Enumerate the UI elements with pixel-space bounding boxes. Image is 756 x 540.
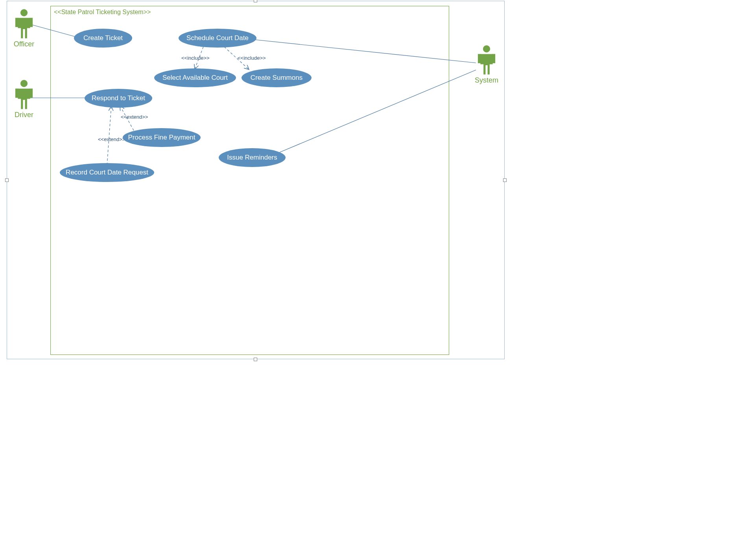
usecase-select-available-court-label: Select Available Court <box>162 74 228 82</box>
system-title: <<State Patrol Ticketing System>> <box>54 9 151 16</box>
selection-handle-top[interactable] <box>254 0 257 2</box>
usecase-process-fine-payment-label: Process Fine Payment <box>128 134 195 141</box>
svg-rect-4 <box>15 88 18 97</box>
svg-rect-8 <box>492 54 495 63</box>
actor-officer[interactable]: Officer <box>6 9 42 48</box>
usecase-issue-reminders-label: Issue Reminders <box>227 154 277 162</box>
svg-rect-5 <box>30 88 33 97</box>
selection-handle-bottom[interactable] <box>254 358 257 361</box>
actor-driver[interactable]: Driver <box>6 79 42 119</box>
usecase-schedule-court-date-label: Schedule Court Date <box>186 34 249 42</box>
svg-point-3 <box>20 80 28 87</box>
usecase-create-ticket-label: Create Ticket <box>83 34 123 42</box>
usecase-create-summons[interactable]: Create Summons <box>242 68 312 87</box>
actor-system[interactable]: System <box>469 45 504 84</box>
svg-point-0 <box>20 9 28 16</box>
actor-officer-label: Officer <box>6 40 42 48</box>
selection-handle-right[interactable] <box>503 178 507 182</box>
stereotype-include-1: <<include>> <box>181 55 210 61</box>
usecase-respond-to-ticket-label: Respond to Ticket <box>92 94 145 102</box>
actor-system-label: System <box>469 76 504 84</box>
stereotype-extend-2: <<extend>> <box>98 136 125 142</box>
svg-point-6 <box>483 45 490 52</box>
diagram-canvas: <<State Patrol Ticketing System>> Select… <box>0 0 508 362</box>
svg-rect-7 <box>478 54 481 63</box>
stereotype-include-2: <<include>> <box>238 55 266 61</box>
svg-rect-1 <box>15 18 18 27</box>
selection-handle-left[interactable] <box>5 178 9 182</box>
usecase-respond-to-ticket[interactable]: Respond to Ticket <box>85 89 152 108</box>
usecase-record-court-date-request-label: Record Court Date Request <box>66 169 148 176</box>
usecase-issue-reminders[interactable]: Issue Reminders <box>219 148 286 167</box>
usecase-record-court-date-request[interactable]: Record Court Date Request <box>60 163 154 182</box>
usecase-schedule-court-date[interactable]: Schedule Court Date <box>179 29 256 48</box>
usecase-process-fine-payment[interactable]: Process Fine Payment <box>123 128 201 147</box>
svg-rect-2 <box>30 18 33 27</box>
usecase-create-ticket[interactable]: Create Ticket <box>74 29 132 48</box>
actor-driver-label: Driver <box>6 111 42 119</box>
stereotype-extend-1: <<extend>> <box>121 114 148 120</box>
usecase-create-summons-label: Create Summons <box>251 74 302 82</box>
usecase-select-available-court[interactable]: Select Available Court <box>154 68 236 87</box>
